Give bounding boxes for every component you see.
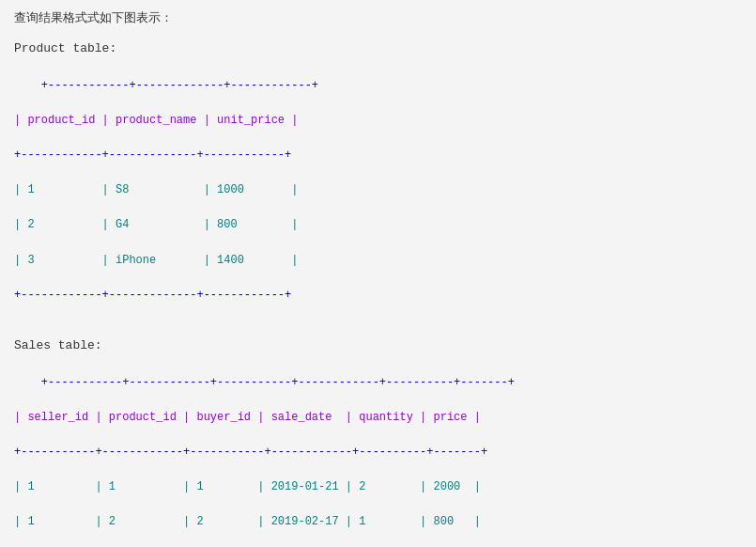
product-table-code: +------------+-------------+------------… [14,59,742,321]
product-table-title: Product table: [14,41,742,55]
sales-row-1: | 1 | 1 | 1 | 2019-01-21 | 2 | 2000 | [14,480,481,493]
product-sep-top: +------------+-------------+------------… [41,79,318,92]
product-row-3: | 3 | iPhone | 1400 | [14,254,298,267]
product-row-2: | 2 | G4 | 800 | [14,218,298,231]
product-table-section: Product table: +------------+-----------… [14,41,742,321]
sales-table-code: +-----------+------------+-----------+--… [14,356,742,547]
intro-text: 查询结果格式式如下图表示： [14,9,742,26]
sales-row-2: | 1 | 2 | 2 | 2019-02-17 | 1 | 800 | [14,515,481,528]
product-sep-bottom: +------------+-------------+------------… [14,289,291,302]
sales-header: | seller_id | product_id | buyer_id | sa… [14,411,481,424]
sales-sep-mid: +-----------+------------+-----------+--… [14,445,487,459]
sales-sep-top: +-----------+------------+-----------+--… [41,376,515,389]
sales-table-section: Sales table: +-----------+------------+-… [14,338,742,547]
product-row-1: | 1 | S8 | 1000 | [14,183,298,196]
sales-table-title: Sales table: [14,338,742,352]
product-header: | product_id | product_name | unit_price… [14,114,298,127]
product-sep-mid: +------------+-------------+------------… [14,148,291,162]
